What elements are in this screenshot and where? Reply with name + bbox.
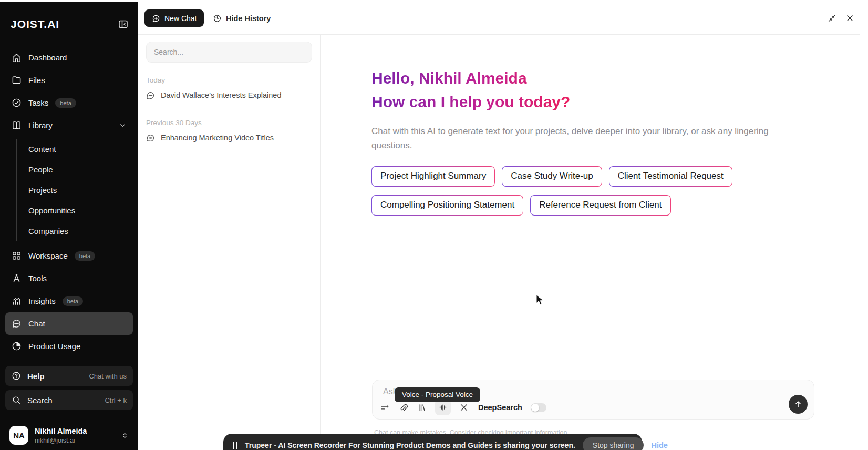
- greeting-heading: Hello, Nikhil Almeida How can I help you…: [371, 66, 570, 114]
- chat-bubble-icon: [12, 319, 22, 329]
- waveform-icon: [438, 403, 448, 412]
- history-section-title: Previous 30 Days: [146, 119, 312, 127]
- minimize-icon[interactable]: [828, 14, 836, 23]
- sidebar-item-label: Library: [28, 121, 53, 130]
- sidebar-item-tools[interactable]: Tools: [5, 267, 133, 290]
- sidebar-item-label: Workspace: [28, 251, 68, 260]
- chat-bubble-icon: [146, 134, 155, 142]
- hide-banner-link[interactable]: Hide: [651, 441, 667, 449]
- home-icon: [12, 53, 22, 63]
- help-button[interactable]: Help Chat with us: [5, 366, 133, 386]
- hide-history-button[interactable]: Hide History: [213, 9, 271, 27]
- history-search-box[interactable]: [146, 42, 312, 63]
- history-item-title: Enhancing Marketing Video Titles: [161, 134, 274, 142]
- suggestion-chip[interactable]: Project Highlight Summary: [371, 166, 495, 187]
- suggestion-chips: Project Highlight Summary Case Study Wri…: [371, 166, 771, 216]
- folder-icon: [12, 75, 22, 85]
- library-icon[interactable]: [417, 403, 427, 413]
- sidebar-item-product-usage[interactable]: Product Usage: [5, 335, 133, 357]
- beta-badge: beta: [75, 251, 95, 261]
- book-open-icon: [12, 120, 22, 130]
- greeting-description: Chat with this AI to generate text for y…: [371, 124, 797, 152]
- toggle-knob: [531, 404, 539, 412]
- sidebar-item-dashboard[interactable]: Dashboard: [5, 46, 133, 69]
- greeting-line-2: How can I help you today?: [371, 90, 570, 114]
- pie-chart-icon: [12, 341, 22, 351]
- history-clock-icon: [213, 14, 222, 23]
- sidebar-item-workspace[interactable]: Workspace beta: [5, 244, 133, 267]
- profile-name: Nikhil Almeida: [35, 426, 87, 436]
- send-button[interactable]: [789, 395, 808, 414]
- sidebar-item-label: Tasks: [28, 98, 48, 107]
- sidebar-item-label: Dashboard: [28, 53, 67, 62]
- deepsearch-label: DeepSearch: [478, 403, 522, 412]
- chat-history-panel: Today David Wallace's Interests Explaine…: [138, 35, 321, 450]
- user-profile[interactable]: NA Nikhil Almeida nikhil@joist.ai: [5, 426, 133, 445]
- sidebar-item-insights[interactable]: Insights beta: [5, 290, 133, 312]
- search-shortcut: Ctrl + k: [105, 396, 127, 404]
- chat-main-area: Hello, Nikhil Almeida How can I help you…: [321, 35, 860, 450]
- help-hint: Chat with us: [89, 372, 127, 380]
- suggestion-chip[interactable]: Reference Request from Client: [530, 195, 670, 216]
- mouse-cursor: [536, 294, 545, 306]
- sidebar-item-tasks[interactable]: Tasks beta: [5, 91, 133, 114]
- sidebar-item-label: Product Usage: [28, 342, 80, 351]
- sidebar-item-label: Insights: [28, 296, 56, 305]
- x-logo-icon[interactable]: [459, 403, 469, 412]
- app-window: JOIST.AI Dashboard Files Tasks beta Libr…: [0, 0, 868, 450]
- history-search-input[interactable]: [154, 48, 304, 56]
- chat-plus-icon: [152, 14, 160, 23]
- compass-icon: [12, 273, 22, 283]
- sidebar-item-opportunities[interactable]: Opportunities: [17, 200, 133, 221]
- sidebar: JOIST.AI Dashboard Files Tasks beta Libr…: [0, 2, 138, 450]
- chat-bubble-icon: [146, 91, 155, 100]
- help-icon: [12, 371, 21, 381]
- suggestion-chip[interactable]: Client Testimonial Request: [609, 166, 732, 187]
- search-button[interactable]: Search Ctrl + k: [5, 390, 133, 410]
- avatar: NA: [9, 426, 28, 445]
- history-item-title: David Wallace's Interests Explained: [161, 91, 282, 99]
- search-icon: [12, 395, 21, 405]
- check-circle-icon: [12, 98, 22, 108]
- close-icon[interactable]: [845, 14, 854, 23]
- help-label: Help: [27, 372, 45, 381]
- share-message: Trupeer - AI Screen Recorder For Stunnin…: [245, 441, 575, 449]
- sidebar-item-label: Tools: [28, 274, 47, 283]
- chevron-down-icon[interactable]: [119, 121, 127, 129]
- sidebar-item-chat[interactable]: Chat: [5, 312, 133, 335]
- sidebar-item-projects[interactable]: Projects: [17, 180, 133, 200]
- history-item[interactable]: Enhancing Marketing Video Titles: [146, 132, 312, 144]
- window-border: [860, 2, 860, 450]
- top-bar: New Chat Hide History: [138, 2, 860, 35]
- sidebar-item-label: Chat: [28, 319, 45, 328]
- history-section-title: Today: [146, 76, 312, 84]
- attachment-icon[interactable]: [398, 403, 408, 413]
- beta-badge: beta: [63, 296, 83, 306]
- new-chat-button[interactable]: New Chat: [144, 9, 204, 27]
- message-composer[interactable]: Ask A Voice - Proposal Voice DeepSearch: [372, 380, 814, 420]
- search-label: Search: [27, 396, 53, 405]
- app-logo: JOIST.AI: [11, 18, 59, 30]
- greeting-line-1: Hello, Nikhil Almeida: [371, 66, 570, 90]
- arrow-up-icon: [793, 400, 803, 409]
- stop-sharing-button[interactable]: Stop sharing: [583, 437, 644, 450]
- sidebar-item-people[interactable]: People: [17, 159, 133, 180]
- sidebar-collapse-icon[interactable]: [118, 19, 129, 29]
- chevrons-up-down-icon[interactable]: [121, 432, 129, 439]
- beta-badge: beta: [55, 98, 76, 108]
- chart-icon: [12, 296, 22, 306]
- sidebar-item-content[interactable]: Content: [17, 139, 133, 159]
- pause-icon[interactable]: [233, 442, 237, 449]
- hide-history-label: Hide History: [226, 14, 271, 23]
- voice-tooltip: Voice - Proposal Voice: [395, 387, 480, 402]
- grid-icon: [12, 251, 22, 261]
- suggestion-chip[interactable]: Compelling Positioning Statement: [371, 195, 523, 216]
- sidebar-item-label: Files: [28, 76, 45, 85]
- sidebar-item-files[interactable]: Files: [5, 69, 133, 91]
- tune-icon[interactable]: [380, 403, 390, 413]
- suggestion-chip[interactable]: Case Study Write-up: [502, 166, 602, 187]
- deepsearch-toggle[interactable]: [531, 403, 546, 412]
- sidebar-item-companies[interactable]: Companies: [17, 221, 133, 241]
- sidebar-item-library[interactable]: Library: [5, 114, 133, 137]
- history-item[interactable]: David Wallace's Interests Explained: [146, 89, 312, 101]
